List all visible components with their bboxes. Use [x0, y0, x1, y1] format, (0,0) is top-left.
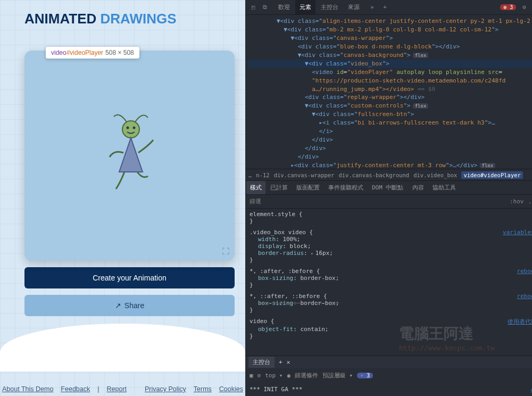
more-tabs[interactable]: »	[366, 1, 378, 14]
clear-console-icon[interactable]: ⊘	[257, 372, 261, 379]
title-word2: DRAWINGS	[101, 11, 177, 27]
footer-terms[interactable]: Terms	[194, 385, 212, 393]
svg-point-0	[122, 121, 139, 138]
devtools-toolbar: ◰ ⧉ 歡迎元素主控台來源 » + ⊗ 3 ⚙ ⋮ ⋯ ✕	[245, 0, 532, 15]
styles-tab-4[interactable]: DOM 中斷點	[368, 181, 408, 194]
console-message: *** INIT GA *** App.tsx:23	[245, 382, 532, 396]
console-drawer-bar: 主控台 + ✕	[245, 356, 532, 368]
canvas-wrapper: ⛶ Create your Animation ↗ Share	[24, 51, 235, 316]
show-sidebar-icon[interactable]: ▣	[250, 372, 253, 379]
breadcrumb-item[interactable]: …	[248, 172, 252, 178]
tooltip-id: #videoPlayer	[66, 49, 103, 56]
footer-report[interactable]: Report	[107, 385, 127, 393]
styles-tabs: 樣式已計算版面配置事件接聽程式DOM 中斷點內容協助工具	[245, 181, 532, 195]
inspector-tooltip: video#videoPlayer508 × 508	[46, 47, 139, 59]
close-drawer-icon[interactable]: ✕	[287, 359, 290, 366]
breadcrumb-item[interactable]: div.canvas-wrapper	[274, 172, 335, 178]
svg-point-1	[126, 126, 129, 129]
fullscreen-icon[interactable]: ⛶	[222, 247, 229, 255]
svg-point-2	[132, 126, 135, 129]
footer-about[interactable]: About This Demo	[2, 385, 53, 393]
styles-tab-6[interactable]: 協助工具	[429, 181, 460, 194]
hov-toggle[interactable]: :hov	[510, 198, 524, 205]
doodle-figure	[98, 113, 162, 199]
footer-privacy[interactable]: Privacy Policy	[145, 385, 186, 393]
devtools-tab-3[interactable]: 來源	[344, 0, 364, 14]
app-pane: ANIMATED DRAWINGS video#videoPlayer508 ×…	[0, 0, 245, 396]
devtools-tabs: 歡迎元素主控台來源	[274, 0, 364, 14]
styles-tab-0[interactable]: 樣式	[246, 181, 265, 194]
live-expr-icon[interactable]: ◉	[287, 372, 290, 379]
info-badge[interactable]: ◦ 3	[357, 373, 373, 378]
devtools-tab-1[interactable]: 元素	[295, 0, 315, 14]
elements-tree[interactable]: ▼<div class="align-items-center justify-…	[245, 15, 532, 169]
console-text: *** INIT GA ***	[250, 386, 302, 393]
breadcrumb-item[interactable]: div.video_box	[413, 172, 457, 178]
devtools-pane: ◰ ⧉ 歡迎元素主控台來源 » + ⊗ 3 ⚙ ⋮ ⋯ ✕ ▼<div clas…	[245, 0, 532, 396]
share-label: Share	[124, 301, 144, 310]
device-icon[interactable]: ⧉	[260, 3, 270, 12]
footer-feedback[interactable]: Feedback	[61, 385, 90, 393]
error-badge[interactable]: ⊗ 3	[500, 4, 516, 10]
devtools-tab-0[interactable]: 歡迎	[274, 0, 294, 14]
filter-label[interactable]: 篩選	[250, 197, 261, 205]
breadcrumb-item[interactable]: n-12	[256, 172, 269, 178]
console-filter[interactable]: 篩選條件	[295, 372, 318, 380]
title-word1: ANIMATED	[24, 11, 101, 27]
styles-filter-row: 篩選 :hov .cls + ⧉ ▭	[245, 195, 532, 209]
share-button[interactable]: ↗ Share	[24, 295, 235, 316]
video-box[interactable]: ⛶	[24, 51, 235, 261]
footer-links: About This Demo Feedback | Report Privac…	[2, 385, 243, 393]
console-tab[interactable]: 主控台	[248, 357, 275, 368]
devtools-tab-2[interactable]: 主控台	[317, 0, 343, 14]
settings-icon[interactable]: ⚙	[519, 3, 529, 12]
share-icon: ↗	[115, 301, 121, 310]
cls-toggle[interactable]: .cls	[528, 198, 533, 205]
breadcrumb-item[interactable]: video#videoPlayer	[461, 171, 522, 179]
breadcrumb-item[interactable]: div.canvas-background	[338, 172, 409, 178]
styles-tab-2[interactable]: 版面配置	[293, 181, 323, 194]
breadcrumb[interactable]: …n-12div.canvas-wrapperdiv.canvas-backgr…	[245, 169, 532, 181]
create-animation-button[interactable]: Create your Animation	[24, 267, 235, 288]
styles-tab-5[interactable]: 內容	[409, 181, 428, 194]
tooltip-tag: video	[51, 49, 66, 56]
styles-tab-1[interactable]: 已計算	[267, 181, 292, 194]
inspect-icon[interactable]: ◰	[248, 3, 258, 12]
styles-body[interactable]: element.style {}.video_box video {variab…	[245, 209, 532, 356]
tooltip-size: 508 × 508	[105, 49, 134, 56]
add-drawer-tab[interactable]: +	[279, 359, 282, 366]
footer-cookies[interactable]: Cookies	[219, 385, 243, 393]
styles-tab-3[interactable]: 事件接聽程式	[325, 181, 367, 194]
add-tab-icon[interactable]: +	[380, 3, 390, 12]
log-level[interactable]: 預設層級 ▾	[322, 372, 353, 380]
page-title: ANIMATED DRAWINGS	[24, 11, 235, 27]
context-selector[interactable]: top ▾	[265, 372, 282, 379]
console-toolbar: ▣ ⊘ top ▾ ◉ 篩選條件 預設層級 ▾ ◦ 3 ⚙	[245, 368, 532, 382]
